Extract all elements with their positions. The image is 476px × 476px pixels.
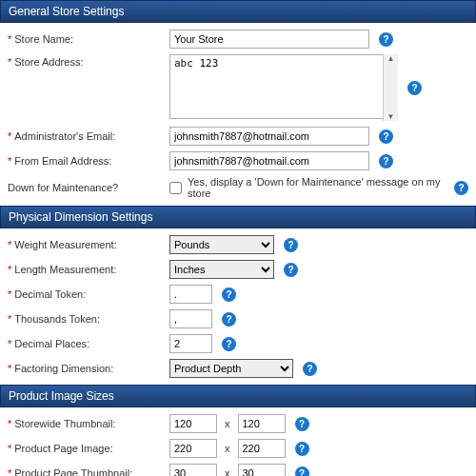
row-admin-email: *Administrator's Email: ? — [0, 124, 476, 149]
factoring-label: Factoring Dimension: — [14, 363, 113, 374]
ppt-label: Product Page Thumbnail: — [14, 467, 132, 476]
thousands-token-label: Thousands Token: — [14, 313, 100, 325]
decimal-places-label: Decimal Places: — [14, 338, 89, 349]
required-mark: * — [8, 338, 11, 349]
ppi-h-input[interactable] — [238, 439, 286, 458]
row-length: *Length Measurement: Inches ? — [0, 257, 476, 282]
row-store-address: *Store Address: abc 123 ▲▼ ? — [0, 51, 476, 124]
row-storewide-thumb: *Storewide Thumbnail: x ? — [0, 411, 476, 436]
decimal-token-input[interactable] — [169, 285, 212, 304]
required-mark: * — [8, 363, 11, 374]
help-icon[interactable]: ? — [222, 288, 236, 302]
row-ppi: *Product Page Image: x ? — [0, 436, 476, 461]
help-icon[interactable]: ? — [222, 312, 236, 327]
store-name-label: Store Name: — [14, 33, 73, 45]
x-separator: x — [225, 467, 230, 476]
help-icon[interactable]: ? — [222, 337, 236, 351]
required-mark: * — [8, 33, 11, 45]
help-icon[interactable]: ? — [284, 238, 298, 252]
decimal-places-input[interactable] — [169, 334, 212, 353]
help-icon[interactable]: ? — [284, 263, 298, 277]
help-icon[interactable]: ? — [295, 417, 309, 431]
weight-select[interactable]: Pounds — [169, 235, 274, 254]
ppt-h-input[interactable] — [238, 464, 286, 476]
admin-email-input[interactable] — [169, 127, 369, 146]
storewide-h-input[interactable] — [238, 414, 286, 433]
row-decimal-places: *Decimal Places: ? — [0, 331, 476, 356]
row-store-name: *Store Name: ? — [0, 27, 476, 51]
row-thousands-token: *Thousands Token: ? — [0, 307, 476, 331]
from-email-input[interactable] — [169, 151, 369, 170]
down-maintenance-label: Down for Maintenance? — [8, 182, 118, 193]
required-mark: * — [8, 288, 11, 300]
required-mark: * — [8, 56, 11, 68]
help-icon[interactable]: ? — [379, 129, 393, 144]
row-weight: *Weight Measurement: Pounds ? — [0, 232, 476, 257]
x-separator: x — [225, 418, 230, 429]
required-mark: * — [8, 313, 11, 325]
help-icon[interactable]: ? — [303, 362, 317, 376]
help-icon[interactable]: ? — [295, 442, 309, 456]
store-name-input[interactable] — [169, 30, 369, 49]
required-mark: * — [8, 155, 11, 167]
section-header-images: Product Image Sizes — [0, 385, 476, 407]
required-mark: * — [8, 239, 11, 250]
help-icon[interactable]: ? — [454, 181, 468, 195]
required-mark: * — [8, 467, 11, 476]
row-from-email: *From Email Address: ? — [0, 149, 476, 173]
required-mark: * — [8, 264, 11, 275]
row-factoring: *Factoring Dimension: Product Depth ? — [0, 356, 476, 381]
section-body-physical: *Weight Measurement: Pounds ? *Length Me… — [0, 228, 476, 385]
storewide-thumb-label: Storewide Thumbnail: — [14, 418, 115, 429]
length-label: Length Measurement: — [14, 264, 116, 275]
required-mark: * — [8, 418, 11, 429]
admin-email-label: Administrator's Email: — [14, 130, 115, 142]
down-maintenance-checkbox[interactable] — [169, 182, 182, 194]
store-address-label: Store Address: — [14, 56, 83, 68]
required-mark: * — [8, 130, 11, 142]
help-icon[interactable]: ? — [407, 81, 422, 95]
required-mark: * — [8, 443, 11, 454]
decimal-token-label: Decimal Token: — [14, 288, 86, 300]
down-maintenance-text: Yes, display a 'Down for Maintenance' me… — [188, 176, 445, 199]
thousands-token-input[interactable] — [169, 309, 212, 328]
length-select[interactable]: Inches — [169, 260, 274, 279]
row-ppt: *Product Page Thumbnail: x ? — [0, 461, 476, 476]
factoring-select[interactable]: Product Depth — [169, 359, 293, 378]
storewide-w-input[interactable] — [169, 414, 217, 433]
row-decimal-token: *Decimal Token: ? — [0, 282, 476, 307]
section-header-physical: Physical Dimension Settings — [0, 206, 476, 228]
weight-label: Weight Measurement: — [14, 239, 116, 250]
row-down-maintenance: Down for Maintenance? Yes, display a 'Do… — [0, 173, 476, 202]
x-separator: x — [225, 443, 230, 454]
ppt-w-input[interactable] — [169, 464, 217, 476]
help-icon[interactable]: ? — [379, 154, 393, 169]
from-email-label: From Email Address: — [14, 155, 111, 167]
ppi-label: Product Page Image: — [14, 443, 112, 454]
help-icon[interactable]: ? — [379, 32, 393, 47]
store-address-input[interactable]: abc 123 — [169, 54, 398, 119]
ppi-w-input[interactable] — [169, 439, 217, 458]
help-icon[interactable]: ? — [295, 466, 309, 477]
section-body-images: *Storewide Thumbnail: x ? *Product Page … — [0, 407, 476, 476]
section-header-general: General Store Settings — [0, 0, 476, 23]
section-body-general: *Store Name: ? *Store Address: abc 123 ▲… — [0, 23, 476, 206]
